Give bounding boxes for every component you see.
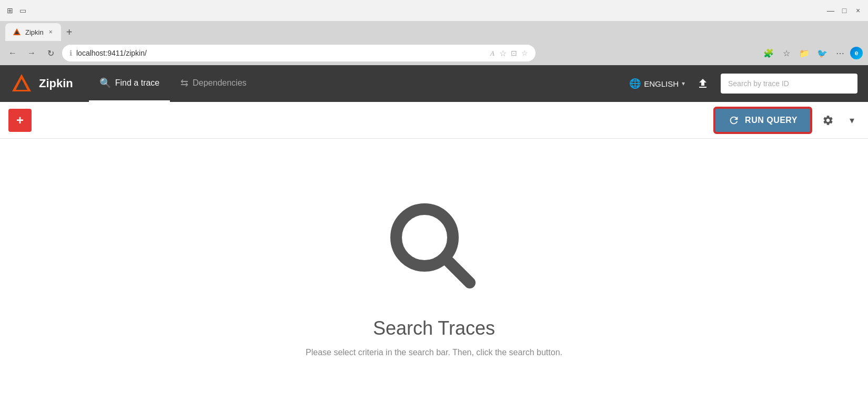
search-large-icon <box>381 194 487 300</box>
collections-icon[interactable]: 📁 <box>796 45 812 61</box>
search-illustration <box>381 194 487 302</box>
dependencies-nav-icon: ⇆ <box>180 77 188 89</box>
language-selector[interactable]: 🌐 ENGLISH ▾ <box>629 78 685 89</box>
dependencies-label: Dependencies <box>193 78 246 88</box>
minimize-button[interactable]: — <box>826 6 835 15</box>
translate-icon: 🌐 <box>629 78 641 89</box>
app-title: Zipkin <box>39 77 73 90</box>
split-view-icon[interactable]: ⊡ <box>511 49 517 57</box>
read-mode-icon: 𝐴 <box>490 49 495 58</box>
browser-titlebar: ⊞ ▭ — □ × <box>0 0 868 21</box>
app-toolbar: + RUN QUERY ▾ <box>0 102 868 139</box>
back-button[interactable]: ← <box>5 46 20 60</box>
browser-grid-icon[interactable]: ⊞ <box>5 6 15 15</box>
main-nav: 🔍 Find a trace ⇆ Dependencies <box>89 65 613 102</box>
new-tab-button[interactable]: + <box>61 23 78 41</box>
tab-bar: Zipkin × + <box>0 21 868 41</box>
upload-icon <box>697 77 709 90</box>
search-traces-subtitle: Please select criteria in the search bar… <box>306 348 562 357</box>
nav-right: 🌐 ENGLISH ▾ <box>629 74 857 94</box>
expand-button[interactable]: ▾ <box>844 112 860 128</box>
language-chevron: ▾ <box>682 80 685 87</box>
app-main: Search Traces Please select criteria in … <box>0 139 868 413</box>
browser-controls: ⊞ ▭ <box>5 6 27 15</box>
forward-button[interactable]: → <box>24 46 39 60</box>
app-logo: Zipkin <box>11 73 73 95</box>
more-icon[interactable]: ⋯ <box>832 45 848 61</box>
browser-toolbar-icons: 🧩 ☆ 📁 🐦 ⋯ e <box>761 45 863 61</box>
profile-icon[interactable]: 🐦 <box>814 45 830 61</box>
address-bar: ← → ↻ ℹ localhost:9411/zipkin/ 𝐴 ☆ ⊡ ☆ 🧩… <box>0 41 868 65</box>
tab-favicon <box>13 28 21 36</box>
gear-icon <box>822 115 834 126</box>
dependencies-link[interactable]: ⇆ Dependencies <box>170 65 257 102</box>
star-icon[interactable]: ☆ <box>499 48 507 58</box>
maximize-button[interactable]: □ <box>840 6 849 15</box>
app-navbar: Zipkin 🔍 Find a trace ⇆ Dependencies 🌐 E… <box>0 65 868 102</box>
extensions-icon[interactable]: 🧩 <box>761 45 776 61</box>
zipkin-logo-icon <box>11 73 33 95</box>
edge-browser-icon: e <box>850 47 863 59</box>
close-button[interactable]: × <box>853 6 863 15</box>
svg-line-5 <box>446 259 470 283</box>
refresh-icon <box>728 115 740 126</box>
plus-icon: + <box>16 113 24 128</box>
trace-id-search-input[interactable] <box>721 74 857 94</box>
settings-button[interactable] <box>819 111 837 130</box>
active-tab[interactable]: Zipkin × <box>5 23 61 41</box>
find-trace-link[interactable]: 🔍 Find a trace <box>89 65 170 102</box>
browser-tab-icon[interactable]: ▭ <box>18 6 27 15</box>
tab-title: Zipkin <box>25 28 44 36</box>
address-field[interactable]: ℹ localhost:9411/zipkin/ 𝐴 ☆ ⊡ ☆ <box>62 45 536 61</box>
run-query-button[interactable]: RUN QUERY <box>713 107 812 134</box>
search-nav-icon: 🔍 <box>99 77 111 89</box>
upload-button[interactable] <box>693 74 712 93</box>
collection-icon[interactable]: ☆ <box>521 49 528 57</box>
chevron-down-icon: ▾ <box>850 115 854 126</box>
info-icon: ℹ <box>69 49 72 57</box>
tab-close-button[interactable]: × <box>48 27 54 37</box>
add-criteria-button[interactable]: + <box>8 109 32 132</box>
refresh-button[interactable]: ↻ <box>43 46 58 60</box>
language-label: ENGLISH <box>644 79 679 88</box>
search-traces-title: Search Traces <box>373 317 495 339</box>
address-text: localhost:9411/zipkin/ <box>76 49 486 57</box>
run-query-label: RUN QUERY <box>745 116 798 125</box>
favorites-icon[interactable]: ☆ <box>779 45 794 61</box>
find-trace-label: Find a trace <box>115 78 159 88</box>
